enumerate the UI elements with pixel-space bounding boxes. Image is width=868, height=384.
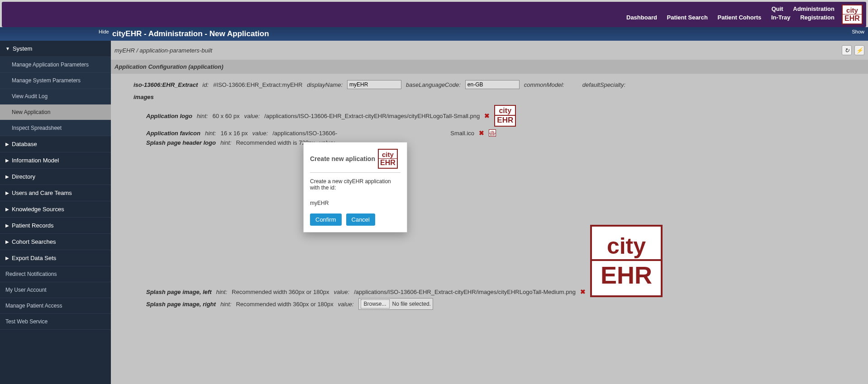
dialog-logo-icon: cityEHR [378, 149, 398, 169]
file-status: No file selected. [392, 301, 431, 307]
favicon-preview-icon: cityEHR [489, 129, 496, 137]
base-lang-label: baseLanguageCode: [406, 81, 461, 88]
splash-left-hint: Recommended width 360px or 180px [232, 289, 329, 295]
content: myEHR / application-parameters-built ↻ ⚡… [111, 41, 868, 384]
images-label: images [134, 94, 154, 100]
favicon-label: Application favicon [146, 130, 200, 137]
caret-down-icon: ▼ [5, 46, 10, 51]
splash-right-label: Splash page image, right [146, 301, 216, 308]
sidebar-item-new-application[interactable]: New Application [0, 104, 111, 120]
nav-administration[interactable]: Administration [793, 5, 835, 12]
create-application-dialog: Create new aplication cityEHR Create a n… [303, 142, 407, 232]
show-link[interactable]: Show [852, 29, 864, 34]
caret-right-icon: ▶ [5, 223, 9, 228]
splash-right-file-input[interactable]: Browse... No file selected. [358, 298, 433, 310]
splash-header-label: Splash page header logo [146, 139, 216, 146]
nav-patient-cohorts[interactable]: Patient Cohorts [717, 14, 761, 21]
app-logo-label: Application logo [146, 113, 192, 119]
confirm-button[interactable]: Confirm [310, 213, 342, 226]
refresh-button[interactable]: ↻ [842, 45, 852, 55]
caret-right-icon: ▶ [5, 174, 9, 179]
sidebar-item-redirect-notifications[interactable]: Redirect Notifications [0, 266, 111, 282]
app-logo-icon: cityEHR [842, 5, 863, 24]
sidebar-group-export-data-sets[interactable]: ▶Export Data Sets [0, 250, 111, 266]
dialog-body: Create a new cityEHR application with th… [310, 178, 401, 191]
sidebar-item-manage-sys-params[interactable]: Manage System Parameters [0, 73, 111, 89]
hint-label: hint: [197, 113, 208, 119]
splash-right-hint: Recommended width 360px or 180px [236, 301, 333, 308]
top-bar: Quit Administration Dashboard Patient Se… [2, 2, 866, 27]
nav-patient-search[interactable]: Patient Search [667, 14, 708, 21]
caret-right-icon: ▶ [5, 142, 9, 147]
caret-right-icon: ▶ [5, 207, 9, 212]
top-nav: Quit Administration Dashboard Patient Se… [618, 5, 835, 23]
favicon-value-right: Small.ico [450, 130, 474, 137]
action-button[interactable]: ⚡ [854, 45, 864, 55]
caret-right-icon: ▶ [5, 239, 9, 244]
sidebar-group-information-model[interactable]: ▶Information Model [0, 152, 111, 169]
sidebar-group-users-care-teams[interactable]: ▶Users and Care Teams [0, 185, 111, 201]
sidebar-group-system[interactable]: ▼ System [0, 41, 111, 57]
sidebar-item-test-web-service[interactable]: Test Web Service [0, 314, 111, 330]
sidebar-group-patient-records[interactable]: ▶Patient Records [0, 218, 111, 234]
sub-header: Hide cityEHR - Administration - New Appl… [0, 27, 868, 41]
display-name-label: displayName: [307, 81, 343, 88]
delete-icon[interactable]: ✖ [479, 129, 484, 137]
default-specialty-label: defaultSpecialty: [582, 81, 625, 88]
app-logo-value: /applications/ISO-13606-EHR_Extract-city… [264, 113, 480, 119]
sidebar-group-label: System [13, 45, 32, 52]
dialog-id-value: myEHR [310, 200, 401, 206]
sidebar-group-directory[interactable]: ▶Directory [0, 169, 111, 185]
cancel-button[interactable]: Cancel [346, 213, 375, 226]
favicon-value-left: /applications/ISO-13606- [272, 130, 337, 137]
sidebar-group-database[interactable]: ▶Database [0, 136, 111, 152]
caret-right-icon: ▶ [5, 190, 9, 195]
base-lang-input[interactable] [465, 80, 520, 89]
browse-button[interactable]: Browse... [361, 299, 390, 308]
sidebar-item-manage-patient-access[interactable]: Manage Patient Access [0, 298, 111, 314]
sidebar-group-knowledge-sources[interactable]: ▶Knowledge Sources [0, 201, 111, 218]
value-label: value: [244, 113, 260, 119]
caret-right-icon: ▶ [5, 158, 9, 163]
sidebar-group-cohort-searches[interactable]: ▶Cohort Searches [0, 234, 111, 250]
delete-icon[interactable]: ✖ [484, 112, 490, 119]
extract-label: iso-13606:EHR_Extract [134, 81, 198, 88]
app-logo-preview-icon: cityEHR [494, 105, 516, 127]
breadcrumb: myEHR / application-parameters-built [114, 47, 212, 54]
form-area: iso-13606:EHR_Extract id: #ISO-13606:EHR… [111, 74, 868, 319]
sidebar-item-view-audit-log[interactable]: View Audit Log [0, 89, 111, 104]
nav-dashboard[interactable]: Dashboard [626, 14, 657, 21]
nav-in-tray[interactable]: In-Tray [771, 14, 791, 21]
sidebar-item-manage-app-params[interactable]: Manage Application Parameters [0, 57, 111, 73]
favicon-hint: 16 x 16 px [220, 130, 248, 137]
display-name-input[interactable] [347, 80, 401, 89]
sidebar-item-inspect-spreadsheet[interactable]: Inspect Spreadsheet [0, 120, 111, 136]
id-value: #ISO-13606:EHR_Extract:myEHR [213, 81, 302, 88]
hide-sidebar-link[interactable]: Hide [99, 29, 109, 34]
caret-right-icon: ▶ [5, 256, 9, 261]
splash-left-value: /applications/ISO-13606-EHR_Extract-city… [354, 289, 576, 295]
delete-icon[interactable]: ✖ [580, 288, 586, 295]
id-label: id: [202, 81, 209, 88]
dialog-title: Create new aplication [310, 155, 375, 162]
section-title: Application Configuration (application) [111, 60, 868, 74]
nav-quit[interactable]: Quit [772, 5, 783, 12]
splash-left-preview-icon: cityEHR [590, 225, 663, 297]
sidebar-item-my-user-account[interactable]: My User Account [0, 282, 111, 298]
nav-registration[interactable]: Registration [800, 14, 835, 21]
page-title: cityEHR - Administration - New Applicati… [112, 29, 269, 38]
common-model-label: commonModel: [524, 81, 564, 88]
sidebar: ▼ System Manage Application Parameters M… [0, 41, 111, 384]
splash-left-label: Splash page image, left [146, 289, 212, 295]
app-logo-hint: 60 x 60 px [212, 113, 239, 119]
main: ▼ System Manage Application Parameters M… [0, 41, 868, 384]
